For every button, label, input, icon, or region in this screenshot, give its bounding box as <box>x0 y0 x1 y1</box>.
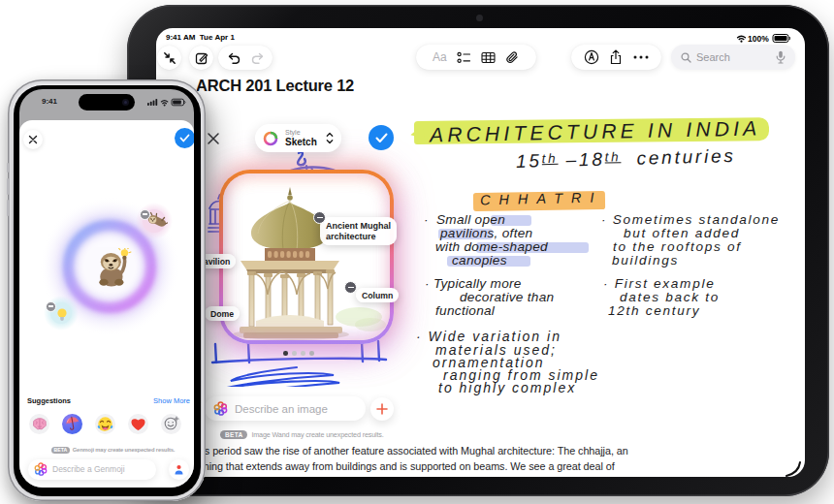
svg-text:100%: 100% <box>748 34 769 44</box>
